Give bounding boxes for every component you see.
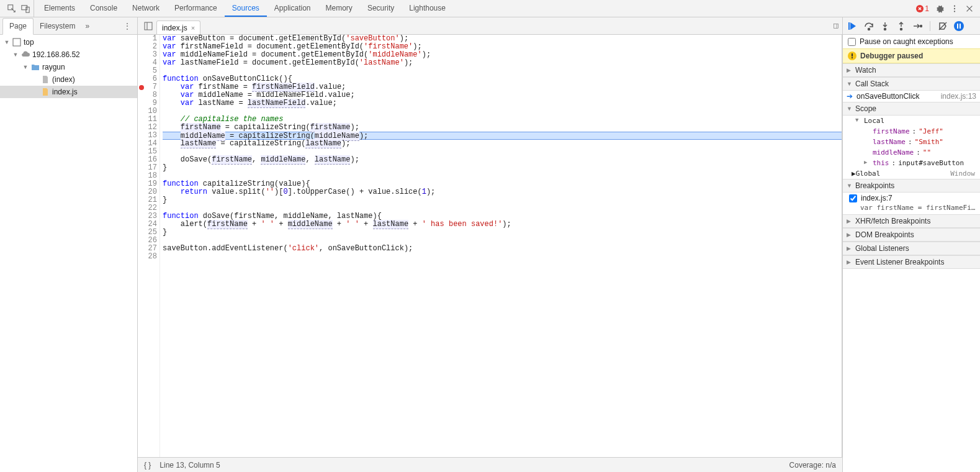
tree-folder[interactable]: ▼ raygun bbox=[0, 61, 137, 73]
scope-var-firstName[interactable]: firstName: "Jeff" bbox=[843, 126, 980, 137]
cloud-icon bbox=[21, 50, 30, 59]
top-tab-performance[interactable]: Performance bbox=[167, 0, 225, 17]
nav-tabs-more-icon[interactable]: » bbox=[81, 22, 93, 30]
scope-this[interactable]: ▶this: input#saveButton bbox=[843, 158, 980, 168]
top-tab-console[interactable]: Console bbox=[83, 0, 125, 17]
svg-rect-21 bbox=[852, 57, 853, 58]
section-scope[interactable]: ▼Scope bbox=[843, 102, 980, 116]
cursor-position: Line 13, Column 5 bbox=[160, 461, 220, 470]
file-icon bbox=[41, 75, 50, 84]
svg-rect-10 bbox=[834, 24, 838, 28]
editor-status-bar: { } Line 13, Column 5 Coverage: n/a bbox=[138, 457, 842, 472]
step-over-icon[interactable] bbox=[864, 21, 874, 31]
close-tab-icon[interactable]: × bbox=[191, 24, 195, 32]
file-tree: ▼ top ▼ 192.168.86.52 ▼ raygun (index) bbox=[0, 35, 137, 472]
deactivate-breakpoints-icon[interactable] bbox=[938, 21, 948, 31]
close-icon[interactable] bbox=[965, 4, 974, 13]
svg-point-16 bbox=[920, 25, 922, 27]
format-icon[interactable]: { } bbox=[144, 461, 151, 470]
svg-rect-12 bbox=[848, 22, 850, 30]
top-tab-memory[interactable]: Memory bbox=[318, 0, 360, 17]
section-watch[interactable]: ▶Watch bbox=[843, 63, 980, 77]
frame-icon bbox=[12, 38, 21, 47]
tree-top-frame[interactable]: ▼ top bbox=[0, 36, 137, 48]
pause-on-caught-checkbox[interactable]: Pause on caught exceptions bbox=[843, 35, 980, 48]
scope-global[interactable]: ▶GlobalWindow bbox=[843, 168, 980, 179]
svg-point-5 bbox=[954, 7, 955, 9]
section-breakpoints[interactable]: ▼Breakpoints bbox=[843, 179, 980, 193]
error-count-badge[interactable]: 1 bbox=[916, 4, 929, 13]
section-dom[interactable]: ▶DOM Breakpoints bbox=[843, 228, 980, 242]
folder-icon bbox=[31, 63, 40, 71]
section-event-listener[interactable]: ▶Event Listener Breakpoints bbox=[843, 255, 980, 269]
svg-rect-17 bbox=[957, 24, 958, 29]
svg-rect-20 bbox=[852, 53, 853, 57]
inspect-icon[interactable] bbox=[7, 4, 16, 13]
scope-local[interactable]: ▼Local bbox=[843, 116, 980, 126]
js-file-icon bbox=[41, 88, 50, 96]
svg-point-14 bbox=[884, 28, 886, 30]
resume-icon[interactable] bbox=[848, 21, 858, 31]
devtools-top-bar: ElementsConsoleNetworkPerformanceSources… bbox=[0, 0, 980, 17]
callstack-frame[interactable]: ➔ onSaveButtonClick index.js:13 bbox=[843, 91, 980, 102]
debugger-paused-banner: Debugger paused bbox=[843, 48, 980, 63]
section-callstack[interactable]: ▼Call Stack bbox=[843, 77, 980, 91]
toggle-debugger-icon[interactable] bbox=[834, 22, 842, 30]
step-into-icon[interactable] bbox=[880, 21, 890, 31]
settings-icon[interactable] bbox=[935, 4, 944, 13]
editor-tab-indexjs[interactable]: index.js × bbox=[156, 20, 200, 34]
breakpoint-item[interactable]: index.js:7 bbox=[843, 193, 980, 204]
section-global-listeners[interactable]: ▶Global Listeners bbox=[843, 242, 980, 255]
debugger-panel: Pause on caught exceptions Debugger paus… bbox=[842, 17, 980, 472]
top-tab-sources[interactable]: Sources bbox=[225, 0, 267, 17]
paused-indicator-icon bbox=[954, 21, 964, 31]
kebab-menu-icon[interactable] bbox=[950, 4, 959, 13]
coverage-status: Coverage: n/a bbox=[789, 461, 836, 470]
top-tab-application[interactable]: Application bbox=[267, 0, 318, 17]
nav-tab-page[interactable]: Page bbox=[2, 18, 34, 35]
section-xhr[interactable]: ▶XHR/fetch Breakpoints bbox=[843, 214, 980, 228]
code-editor[interactable]: 1234567891011121314151617181920212223242… bbox=[138, 35, 842, 457]
nav-tabs-kebab-icon[interactable]: ⋮ bbox=[120, 22, 135, 30]
svg-rect-7 bbox=[13, 39, 20, 46]
top-tab-security[interactable]: Security bbox=[360, 0, 402, 17]
device-toggle-icon[interactable] bbox=[21, 4, 30, 13]
svg-rect-18 bbox=[960, 24, 961, 29]
scope-var-middleName[interactable]: middleName: "" bbox=[843, 147, 980, 158]
top-tab-network[interactable]: Network bbox=[125, 0, 167, 17]
top-tab-elements[interactable]: Elements bbox=[37, 0, 83, 17]
svg-point-4 bbox=[954, 5, 955, 6]
svg-point-13 bbox=[868, 28, 870, 30]
svg-rect-8 bbox=[145, 22, 152, 30]
svg-point-6 bbox=[954, 11, 955, 12]
toggle-navigator-icon[interactable] bbox=[144, 22, 153, 30]
debugger-toolbar bbox=[843, 17, 980, 35]
navigator-panel: Page Filesystem » ⋮ ▼ top ▼ 192.168.86.5… bbox=[0, 17, 138, 472]
scope-var-lastName[interactable]: lastName: "Smith" bbox=[843, 137, 980, 147]
nav-tab-filesystem[interactable]: Filesystem bbox=[34, 17, 81, 34]
tree-file-indexjs[interactable]: index.js bbox=[0, 86, 137, 98]
breakpoint-code-preview: var firstName = firstNameFi… bbox=[843, 204, 980, 214]
svg-point-15 bbox=[901, 28, 902, 30]
tree-file-index[interactable]: (index) bbox=[0, 73, 137, 86]
step-icon[interactable] bbox=[912, 21, 922, 31]
top-tab-lighthouse[interactable]: Lighthouse bbox=[402, 0, 453, 17]
tree-host[interactable]: ▼ 192.168.86.52 bbox=[0, 48, 137, 61]
step-out-icon[interactable] bbox=[896, 21, 906, 31]
editor-panel: index.js × 12345678910111213141516171819… bbox=[138, 17, 842, 472]
error-count: 1 bbox=[925, 4, 929, 13]
